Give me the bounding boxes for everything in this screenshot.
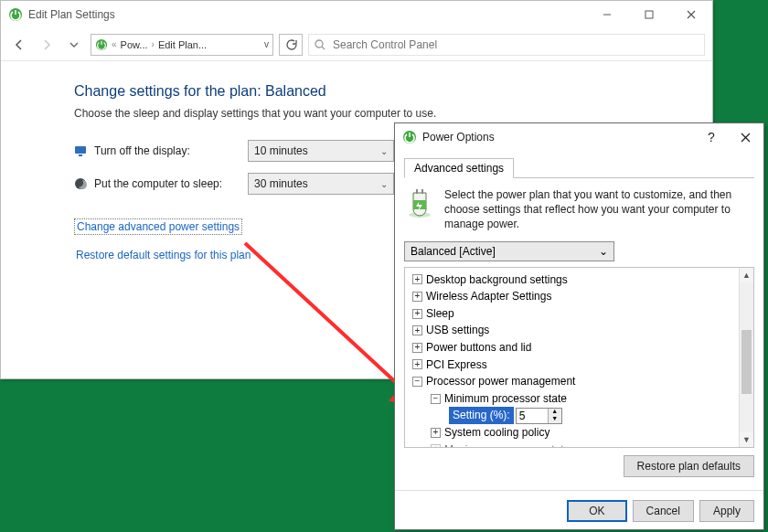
setting-label: Setting (%): <box>449 407 514 424</box>
restore-plan-defaults-button[interactable]: Restore plan defaults <box>624 455 754 477</box>
search-icon <box>315 39 325 50</box>
power-plan-icon <box>8 7 23 22</box>
select-value: Balanced [Active] <box>411 245 496 258</box>
tree-item[interactable]: +System cooling policy <box>407 424 737 442</box>
display-icon <box>74 144 87 157</box>
close-button[interactable] <box>670 1 712 28</box>
breadcrumb-item[interactable]: Edit Plan... <box>158 39 207 50</box>
tree-item[interactable]: +Sleep <box>407 305 737 323</box>
collapse-icon[interactable]: − <box>431 394 441 404</box>
restore-default-settings-link[interactable]: Restore default settings for this plan <box>74 248 252 262</box>
page-subheading: Choose the sleep and display settings th… <box>74 107 712 120</box>
expand-icon[interactable]: + <box>412 359 422 369</box>
tab-advanced-settings[interactable]: Advanced settings <box>404 158 514 178</box>
power-options-dialog: Power Options ? Advanced settings Select… <box>394 122 764 530</box>
tree-item[interactable]: +Desktop background settings <box>407 271 737 289</box>
expand-icon[interactable]: + <box>412 325 422 335</box>
breadcrumb-item[interactable]: Pow... <box>121 39 148 50</box>
tree-item-setting: Setting (%): ▲ ▼ <box>407 407 737 424</box>
moon-icon <box>74 177 87 190</box>
chevron-down-icon: ⌄ <box>380 179 388 189</box>
expand-icon[interactable]: + <box>412 292 422 302</box>
search-input[interactable] <box>331 37 699 52</box>
dialog-description-text: Select the power plan that you want to c… <box>444 187 754 232</box>
svg-rect-1 <box>645 11 653 18</box>
tree-item[interactable]: +PCI Express <box>407 356 737 374</box>
tree-item[interactable]: +Power buttons and lid <box>407 339 737 356</box>
search-box[interactable] <box>308 34 705 56</box>
tree-item[interactable]: +USB settings <box>407 322 737 339</box>
settings-tree: +Desktop background settings +Wireless A… <box>404 267 754 448</box>
forward-button[interactable] <box>36 34 58 56</box>
back-button[interactable] <box>8 34 30 56</box>
change-advanced-settings-link[interactable]: Change advanced power settings <box>74 218 242 235</box>
sleep-label: Put the computer to sleep: <box>94 177 222 190</box>
power-plan-icon <box>404 187 435 218</box>
expand-icon[interactable]: + <box>431 444 441 446</box>
power-plan-select[interactable]: Balanced [Active] ⌄ <box>404 241 614 261</box>
ok-button[interactable]: OK <box>567 500 626 522</box>
spinner-down-button[interactable]: ▼ <box>549 416 561 423</box>
select-value: 30 minutes <box>254 177 308 190</box>
titlebar: Edit Plan Settings <box>1 1 712 28</box>
tree-scrollbar[interactable]: ▲ ▼ <box>739 268 753 447</box>
dialog-footer: OK Cancel Apply <box>395 490 763 531</box>
power-plan-icon <box>402 130 417 144</box>
address-bar[interactable]: « Pow... › Edit Plan... v <box>91 34 273 56</box>
scroll-track[interactable] <box>740 282 753 432</box>
turn-off-display-label: Turn off the display: <box>94 144 190 157</box>
turn-off-display-select[interactable]: 10 minutes ⌄ <box>248 140 394 162</box>
svg-rect-10 <box>416 189 418 194</box>
minimize-button[interactable] <box>586 1 628 28</box>
scroll-thumb[interactable] <box>741 330 752 394</box>
dialog-description: Select the power plan that you want to c… <box>404 187 754 232</box>
expand-icon[interactable]: + <box>412 309 422 319</box>
recent-locations-button[interactable] <box>63 34 85 56</box>
tree-item-min-processor-state[interactable]: −Minimum processor state <box>407 390 737 408</box>
select-value: 10 minutes <box>254 144 308 157</box>
window-title: Edit Plan Settings <box>28 8 115 21</box>
scroll-down-button[interactable]: ▼ <box>740 432 753 447</box>
tree-item[interactable]: +Maximum processor state <box>407 442 737 447</box>
tab-bar: Advanced settings <box>404 158 754 178</box>
expand-icon[interactable]: + <box>412 343 422 353</box>
tree-item-processor-power[interactable]: −Processor power management <box>407 373 737 390</box>
svg-rect-11 <box>421 189 423 194</box>
page-heading: Change settings for the plan: Balanced <box>74 83 712 100</box>
dialog-titlebar: Power Options ? <box>395 123 763 151</box>
tree-item[interactable]: +Wireless Adapter Settings <box>407 288 737 305</box>
expand-icon[interactable]: + <box>431 428 441 438</box>
breadcrumb-sep: « <box>112 39 117 49</box>
chevron-down-icon: ⌄ <box>380 146 388 156</box>
toolbar: « Pow... › Edit Plan... v <box>1 28 712 61</box>
close-button[interactable] <box>727 123 763 151</box>
setting-value-input[interactable] <box>517 410 548 422</box>
address-dropdown-button[interactable]: v <box>264 39 269 49</box>
sleep-select[interactable]: 30 minutes ⌄ <box>248 173 394 195</box>
maximize-button[interactable] <box>628 1 670 28</box>
chevron-down-icon: ⌄ <box>599 245 608 258</box>
cancel-button[interactable]: Cancel <box>633 500 694 522</box>
svg-rect-4 <box>75 146 86 154</box>
chevron-right-icon: › <box>152 39 155 49</box>
power-plan-icon <box>95 38 108 51</box>
help-button[interactable]: ? <box>696 123 727 151</box>
apply-button[interactable]: Apply <box>699 500 754 522</box>
svg-rect-5 <box>79 154 82 156</box>
svg-point-3 <box>315 40 323 48</box>
setting-spinner[interactable]: ▲ ▼ <box>516 408 562 424</box>
scroll-up-button[interactable]: ▲ <box>740 268 753 282</box>
dialog-body: Advanced settings Select the power plan … <box>395 151 763 490</box>
expand-icon[interactable]: + <box>412 274 422 284</box>
collapse-icon[interactable]: − <box>412 377 422 387</box>
dialog-title: Power Options <box>422 131 495 144</box>
refresh-button[interactable] <box>279 34 303 56</box>
